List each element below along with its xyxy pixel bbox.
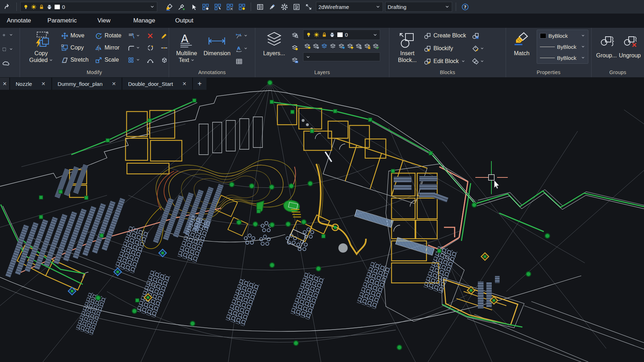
layer-unisolate-icon[interactable] (329, 42, 337, 50)
tab-output[interactable]: Output (170, 14, 198, 27)
select-pair-highlight-icon[interactable] (236, 1, 247, 12)
attribute-edit-button[interactable] (471, 43, 485, 54)
layer-bulb-on-icon[interactable] (304, 42, 311, 50)
layer-states-icon[interactable] (372, 42, 380, 50)
match-button[interactable]: Match (511, 30, 532, 67)
redline-pencil-icon[interactable] (267, 1, 277, 12)
adjust-sliders-icon[interactable] (291, 1, 302, 12)
color-dropdown[interactable]: ByBlock (540, 31, 585, 40)
stretch-button[interactable]: Stretch (60, 55, 90, 65)
help-icon[interactable] (460, 1, 470, 12)
eyedropper-add-icon[interactable] (176, 1, 186, 12)
ungroup-icon (622, 31, 638, 50)
close-icon[interactable]: ✕ (41, 81, 46, 87)
dimension-button[interactable]: Dimension (201, 30, 233, 67)
edit-polyline-button[interactable] (160, 30, 169, 41)
layer-unlock-icon[interactable] (355, 42, 363, 50)
group-button[interactable]: Group... (595, 30, 618, 59)
chevron-down-icon (581, 45, 585, 49)
layer-filter-dropdown[interactable] (303, 52, 380, 61)
explode-button[interactable] (160, 55, 169, 65)
dimension-small-button[interactable] (235, 30, 249, 41)
workspace-dropdown[interactable]: Drafting (385, 2, 452, 12)
clipped-tool-icon[interactable] (1, 30, 14, 40)
layer-on-icon[interactable] (291, 42, 300, 53)
doc-tab-double-door-start[interactable]: Double_door_Start ✕ (122, 78, 193, 90)
delete-button[interactable] (146, 30, 155, 41)
scale-button[interactable]: Scale (94, 55, 122, 65)
copy-button[interactable]: Copy (60, 42, 90, 53)
layer-control-dropdown[interactable]: 0 (20, 2, 157, 12)
revision-cloud-icon[interactable] (1, 58, 10, 69)
settings-gear-icon[interactable] (279, 1, 290, 12)
select-pair-remove-icon[interactable] (224, 1, 235, 12)
copy-guided-button[interactable]: Copy Guided (27, 30, 55, 67)
tab-annotate[interactable]: Annotate (2, 14, 36, 27)
arc-button[interactable] (146, 55, 155, 65)
match-properties-icon[interactable] (164, 1, 174, 12)
drawing-canvas[interactable] (0, 78, 644, 362)
layer-isolate-icon[interactable] (321, 42, 328, 50)
layer-lock-icon[interactable] (364, 42, 371, 50)
attributes-button[interactable] (471, 56, 485, 67)
lineweight-dropdown[interactable]: ByBlock (540, 53, 585, 62)
ribbon-tab-bar: Annotate Parametric View Manage Output (0, 14, 644, 28)
fillet-button[interactable] (127, 42, 141, 53)
layer-thaw-icon[interactable] (347, 42, 354, 50)
clipped-tool-icon[interactable] (1, 44, 14, 55)
lineweight-value: ByBlock (557, 55, 576, 61)
panel-label-blocks: Blocks (389, 68, 506, 77)
layer-state-dropdown[interactable]: 0 (303, 30, 380, 40)
ungroup-button[interactable]: Ungroup (619, 30, 642, 59)
text-align-button[interactable] (235, 43, 249, 54)
trim-icon (128, 32, 135, 40)
layer-list-icon[interactable] (291, 55, 300, 65)
linetype-dropdown[interactable]: ByBlock (540, 42, 585, 51)
copy-guided-icon (33, 30, 49, 49)
chevron-down-icon (373, 32, 378, 37)
properties-panel-icon[interactable] (255, 1, 265, 12)
tab-manage[interactable]: Manage (128, 14, 160, 27)
edit-block-button[interactable]: Edit Block (423, 56, 467, 67)
doc-tab-label: Nozzle (16, 81, 32, 87)
close-icon[interactable]: ✕ (182, 81, 186, 87)
move-button[interactable]: Move (60, 30, 90, 41)
copy-icon (61, 44, 68, 52)
layer-freeze-icon[interactable] (338, 42, 346, 50)
table-button[interactable] (235, 56, 249, 67)
block-save-button[interactable] (471, 30, 485, 41)
layer-bulb-off-icon[interactable] (312, 42, 320, 50)
doc-tab-dummy-floor-plan[interactable]: Dummy_floor_plan ✕ (52, 78, 123, 90)
rotate-button[interactable]: Rotate (94, 30, 122, 41)
select-pair-cursor-icon[interactable] (212, 1, 223, 12)
tab-view[interactable]: View (92, 14, 116, 27)
panel-label-groups: Groups (592, 68, 644, 77)
breakline-button[interactable] (160, 42, 169, 53)
mirror-icon (95, 44, 102, 52)
share-arrow-icon[interactable] (2, 1, 13, 12)
fullscreen-icon[interactable] (303, 1, 314, 12)
stretch-label: Stretch (71, 57, 89, 63)
tab-bar-close-button[interactable]: ✕ (0, 78, 10, 90)
close-icon[interactable]: ✕ (112, 81, 116, 87)
multiline-text-button[interactable]: A Multiline Text (174, 30, 199, 67)
create-block-icon (424, 32, 431, 40)
layers-button[interactable]: Layers... (261, 30, 287, 67)
cursor-select-icon[interactable] (188, 1, 199, 12)
revolve-button[interactable] (146, 42, 155, 53)
array-button[interactable] (127, 55, 141, 65)
insert-block-button[interactable]: Insert Block... (396, 30, 419, 67)
tab-parametric[interactable]: Parametric (42, 14, 82, 27)
blockify-button[interactable]: Blockify (423, 43, 467, 54)
insert-block-label-1: Insert (400, 50, 414, 57)
trim-button[interactable] (127, 30, 141, 41)
select-pair-bulb-icon[interactable] (200, 1, 211, 12)
chevron-down-icon (190, 58, 195, 62)
layer-search-icon[interactable] (291, 30, 300, 40)
visual-style-dropdown[interactable]: 2dWireframe (316, 2, 383, 12)
doc-tab-nozzle[interactable]: Nozzle ✕ (10, 78, 52, 90)
create-block-button[interactable]: Create Block (423, 30, 467, 41)
mirror-button[interactable]: Mirror (94, 42, 122, 53)
panel-label-annotations: Annotations (169, 68, 255, 77)
new-tab-button[interactable]: + (193, 78, 206, 90)
